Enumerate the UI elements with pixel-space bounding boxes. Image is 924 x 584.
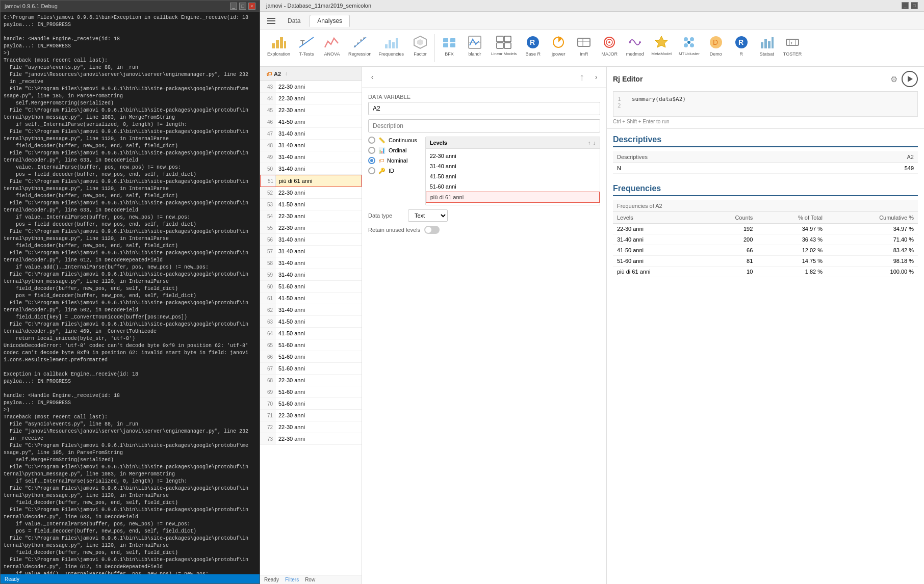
ribbon-item-linear-models[interactable]: Linear Models <box>488 32 520 58</box>
sort-icon[interactable]: ↕ <box>285 71 288 76</box>
table-row[interactable]: 6551-60 anni <box>260 339 362 351</box>
ribbon-item-regression[interactable]: Regression <box>345 32 375 59</box>
tab-analyses[interactable]: Analyses <box>310 15 350 27</box>
hamburger-menu[interactable] <box>264 14 278 28</box>
rj-settings-icon[interactable]: ⚙ <box>890 74 897 84</box>
ribbon-item-blandr[interactable]: blandr <box>463 32 487 59</box>
table-row[interactable]: 7222-30 anni <box>260 421 362 433</box>
debug-titlebar: jamovi 0.9.6.1 Debug _ □ × <box>1 1 260 12</box>
table-row[interactable]: 5731-40 anni <box>260 246 362 257</box>
ribbon-item-medmod[interactable]: medmod <box>623 32 647 59</box>
ribbon-item-major[interactable]: MAJOR <box>597 32 622 59</box>
table-row[interactable]: 7122-30 anni <box>260 410 362 421</box>
table-row[interactable]: 4641-50 anni <box>260 116 362 128</box>
upload-icon[interactable]: ↑ <box>574 69 590 85</box>
ribbon-item-factor[interactable]: Factor <box>408 32 432 59</box>
levels-down-icon[interactable]: ↓ <box>593 140 596 146</box>
svg-rect-14 <box>396 38 398 48</box>
ribbon-item-imr[interactable]: ImR <box>572 32 596 59</box>
list-item[interactable]: 41-50 anni <box>426 171 600 181</box>
ribbon-item-r[interactable]: R R <box>729 32 754 59</box>
debug-title: jamovi 0.9.6.1 Debug <box>5 3 58 9</box>
ribbon-item-statsat[interactable]: Statsat <box>755 32 779 59</box>
minimize-button[interactable]: _ <box>230 3 237 10</box>
data-grid-panel: 🏷 A2 ↕ 4322-30 anni4422-30 anni4522-30 a… <box>260 67 362 584</box>
code-line-2: 2 <box>618 102 913 109</box>
table-row[interactable]: 4422-30 anni <box>260 93 362 104</box>
ribbon-item-demo[interactable]: D Demo <box>704 32 728 59</box>
data-type-select[interactable]: Text Integer Decimal <box>408 209 448 222</box>
rj-run-button[interactable] <box>902 71 918 87</box>
table-row[interactable]: 5522-30 anni <box>260 222 362 234</box>
list-item[interactable]: 31-40 anni <box>426 161 600 171</box>
ribbon-item-jpower[interactable]: jpower <box>546 32 571 59</box>
table-row[interactable]: 4831-40 anni <box>260 140 362 151</box>
variable-description-input[interactable] <box>368 119 600 132</box>
maximize-button[interactable]: □ <box>239 3 246 10</box>
table-row[interactable]: 5222-30 anni <box>260 187 362 199</box>
ribbon-item-ttests[interactable]: T T-Tests <box>294 32 319 59</box>
ribbon-item-anova[interactable]: ANOVA <box>320 32 344 59</box>
ribbon-item-metamodel[interactable]: MetaModel <box>648 32 675 58</box>
table-row[interactable]: 6751-60 anni <box>260 363 362 375</box>
table-row[interactable]: 6441-50 anni <box>260 328 362 339</box>
table-row[interactable]: 6141-50 anni <box>260 293 362 304</box>
svg-rect-12 <box>389 40 391 48</box>
code-text-1: summary(data$A2) <box>632 96 686 102</box>
list-item[interactable]: più di 61 anni <box>426 192 600 203</box>
ribbon-item-baser[interactable]: R Base R <box>521 32 545 59</box>
radio-dot-ordinal <box>368 147 375 154</box>
radio-nominal[interactable]: 🏷 Nominal <box>368 157 417 164</box>
footer-filters[interactable]: Filters <box>285 577 299 582</box>
table-row[interactable]: 5631-40 anni <box>260 234 362 246</box>
radio-ordinal[interactable]: 📊 Ordinal <box>368 147 417 154</box>
list-item[interactable]: 51-60 anni <box>426 181 600 192</box>
jamovi-maximize-button[interactable]: □ <box>911 2 918 9</box>
table-row[interactable]: 7322-30 anni <box>260 433 362 445</box>
table-row[interactable]: 5831-40 anni <box>260 257 362 269</box>
ribbon-item-bfx[interactable]: BFX <box>437 32 461 59</box>
row-number: 68 <box>260 375 275 386</box>
row-value: 31-40 anni <box>275 246 362 257</box>
svg-text:R: R <box>738 38 743 46</box>
table-row[interactable]: 4322-30 anni <box>260 81 362 93</box>
ribbon-item-frequencies[interactable]: Frequencies <box>376 32 407 59</box>
rj-code-area[interactable]: 1summary(data$A2) 2 <box>613 91 918 117</box>
list-item[interactable]: 22-30 anni <box>426 151 600 161</box>
row-number: 60 <box>260 281 275 292</box>
ribbon-item-toster[interactable]: T TOSTER <box>780 32 805 59</box>
code-line-1: 1summary(data$A2) <box>618 96 913 102</box>
table-row[interactable]: 6951-60 anni <box>260 386 362 398</box>
radio-id[interactable]: 🔑 ID <box>368 167 417 174</box>
statsat-label: Statsat <box>760 51 774 57</box>
jamovi-minimize-button[interactable]: _ <box>902 2 909 9</box>
ribbon-item-mtucluster[interactable]: MTUcluster <box>676 32 703 58</box>
table-row[interactable]: 51più di 61 anni <box>260 175 362 187</box>
radio-continuous[interactable]: 📏 Continuous <box>368 137 417 144</box>
table-row[interactable]: 5031-40 anni <box>260 163 362 175</box>
table-row[interactable]: 6341-50 anni <box>260 316 362 328</box>
table-row[interactable]: 6651-60 anni <box>260 351 362 363</box>
close-button[interactable]: × <box>248 3 255 10</box>
table-row[interactable]: 4731-40 anni <box>260 128 362 140</box>
table-row[interactable]: 7051-60 anni <box>260 398 362 410</box>
table-row[interactable]: 6051-60 anni <box>260 281 362 293</box>
factor-label: Factor <box>414 51 427 57</box>
levels-up-icon[interactable]: ↑ <box>588 140 591 146</box>
row-number: 63 <box>260 316 275 327</box>
table-row[interactable]: 5341-50 anni <box>260 199 362 210</box>
table-row[interactable]: 4931-40 anni <box>260 151 362 163</box>
table-row[interactable]: 6822-30 anni <box>260 375 362 386</box>
tab-data[interactable]: Data <box>280 15 307 26</box>
table-cell: 41-50 anni <box>613 245 702 256</box>
table-row[interactable]: 5422-30 anni <box>260 210 362 222</box>
table-row[interactable]: 5931-40 anni <box>260 269 362 281</box>
nav-next-button[interactable]: › <box>590 71 602 83</box>
table-row[interactable]: 6231-40 anni <box>260 304 362 316</box>
retain-toggle[interactable] <box>424 226 440 234</box>
variable-name-input[interactable] <box>368 102 600 115</box>
table-row[interactable]: 4522-30 anni <box>260 104 362 116</box>
nav-prev-button[interactable]: ‹ <box>366 71 378 83</box>
ribbon-item-exploration[interactable]: Exploration <box>264 32 293 59</box>
table-cell: 34.97 % <box>827 224 918 234</box>
